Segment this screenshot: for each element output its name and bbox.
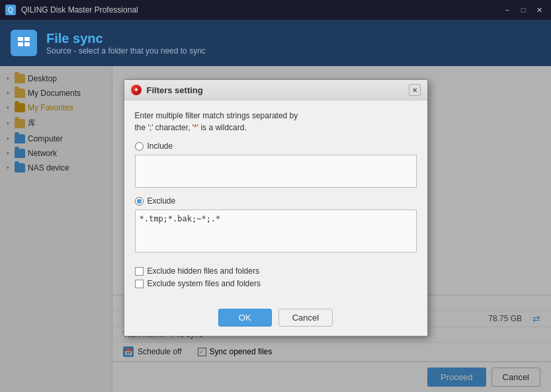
- filters-modal: ✦ Filters setting ✕ Enter multiple filte…: [124, 79, 428, 336]
- include-label: Include: [148, 141, 173, 151]
- system-files-checkbox[interactable]: [135, 280, 144, 288]
- page-subtitle: Source - select a folder that you need t…: [46, 46, 206, 56]
- radio-group: Include Exclude *.tmp;*.bak;~*;.*: [135, 141, 417, 261]
- header: File sync Source - select a folder that …: [0, 20, 551, 66]
- svg-rect-3: [24, 42, 30, 46]
- svg-rect-0: [18, 37, 23, 41]
- titlebar: Q QILING Disk Master Professional − □ ✕: [0, 0, 551, 20]
- wildcard-text: *: [194, 123, 197, 132]
- restore-button[interactable]: □: [517, 3, 530, 17]
- svg-rect-1: [24, 37, 30, 41]
- exclude-label: Exclude: [148, 196, 176, 206]
- system-files-label: Exclude system files and folders: [148, 279, 261, 288]
- include-input[interactable]: [135, 155, 417, 188]
- description-line2: the ';' character, '*' is a wildcard.: [135, 123, 247, 132]
- header-icon: [11, 30, 37, 56]
- modal-title-icon: ✦: [131, 85, 142, 95]
- header-text: File sync Source - select a folder that …: [46, 31, 206, 56]
- modal-ok-button[interactable]: OK: [218, 309, 272, 327]
- hidden-files-label: Exclude hidden files and folders: [148, 266, 259, 276]
- modal-title: Filters setting: [147, 85, 403, 95]
- system-files-row: Exclude system files and folders: [135, 279, 417, 288]
- close-button[interactable]: ✕: [532, 3, 546, 17]
- modal-close-button[interactable]: ✕: [409, 84, 421, 96]
- exclude-input[interactable]: *.tmp;*.bak;~*;.*: [135, 210, 417, 253]
- hidden-files-checkbox[interactable]: [135, 267, 144, 276]
- modal-titlebar: ✦ Filters setting ✕: [124, 80, 427, 100]
- modal-overlay: ✦ Filters setting ✕ Enter multiple filte…: [0, 66, 551, 392]
- app-icon: Q: [5, 5, 16, 15]
- hidden-files-row: Exclude hidden files and folders: [135, 266, 417, 276]
- app-title: QILING Disk Master Professional: [21, 5, 138, 15]
- page-title: File sync: [46, 31, 206, 46]
- modal-description: Enter multiple filter match strings sepa…: [135, 110, 417, 134]
- exclude-radio-item[interactable]: Exclude: [135, 196, 417, 206]
- window-controls: − □ ✕: [501, 3, 546, 17]
- svg-rect-2: [18, 42, 23, 46]
- minimize-button[interactable]: −: [501, 3, 514, 17]
- include-radio-item[interactable]: Include: [135, 141, 417, 151]
- exclude-radio[interactable]: [135, 197, 144, 206]
- include-radio[interactable]: [135, 142, 144, 151]
- main-area: + Desktop + My Documents + My Favorites …: [0, 66, 551, 392]
- modal-body: Enter multiple filter match strings sepa…: [124, 100, 427, 301]
- modal-footer: OK Cancel: [124, 301, 427, 336]
- description-line1: Enter multiple filter match strings sepa…: [135, 111, 298, 120]
- modal-cancel-button[interactable]: Cancel: [278, 309, 333, 327]
